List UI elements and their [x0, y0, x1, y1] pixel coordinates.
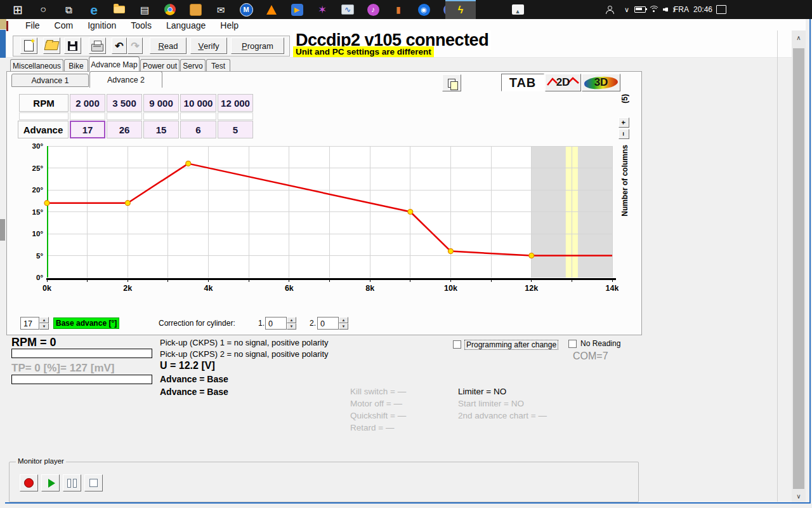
edge-icon[interactable]: e [81, 0, 107, 19]
start-icon[interactable]: ⊞ [5, 0, 30, 19]
tab-servo[interactable]: Servo [180, 59, 206, 72]
programming-after-change-checkbox[interactable] [453, 340, 461, 349]
view-2d-button[interactable]: 2D [545, 74, 581, 91]
menu-file[interactable]: File [24, 20, 41, 30]
advance-curve-chart[interactable]: 0k2k4k6k8k10k12k14k0°5°10°15°20°25°30° [25, 141, 619, 297]
cyl2-correction-input[interactable] [317, 317, 339, 330]
cyl1-correction-input[interactable] [265, 317, 287, 330]
programming-after-change-label[interactable]: Programming after change [464, 340, 558, 350]
copy-icon [448, 79, 455, 88]
svg-text:12k: 12k [525, 284, 538, 293]
action-center-icon[interactable] [712, 0, 731, 19]
menu-ignition[interactable]: Ignition [86, 20, 117, 30]
graphics-tool-icon[interactable]: ✶ [310, 0, 335, 19]
voltage-readout: U = 12.2 [V] [160, 360, 215, 371]
store-icon[interactable]: ▤ [132, 0, 157, 19]
itunes-icon[interactable]: ♪ [360, 0, 386, 19]
menu-com[interactable]: Com [53, 20, 75, 30]
people-icon[interactable] [601, 0, 618, 19]
photos-icon[interactable]: ▲ [505, 0, 530, 19]
copy-chart-button[interactable] [442, 74, 461, 91]
play-button[interactable] [41, 474, 60, 491]
tab-miscellaneous[interactable]: Miscellaneous [10, 59, 63, 72]
undo-button[interactable]: ↶ [112, 37, 127, 54]
base-advance-input[interactable] [20, 317, 39, 330]
tab-test[interactable]: Test [206, 59, 230, 72]
table-spacer [70, 112, 105, 120]
menu-tools[interactable]: Tools [129, 20, 153, 30]
menu-help[interactable]: Help [219, 20, 240, 30]
pause-button[interactable] [63, 474, 81, 491]
cyl2-spinner[interactable]: ▲▼ [339, 317, 348, 330]
background-window-fragment [0, 30, 6, 58]
no-reading-label[interactable]: No Reading [580, 339, 620, 348]
tab-advance-map[interactable]: Advance Map [89, 57, 140, 72]
chrome-icon[interactable] [157, 0, 183, 19]
svg-text:15°: 15° [32, 208, 44, 216]
scroll-up-icon[interactable]: ∧ [792, 32, 806, 43]
advance-cell[interactable]: 5 [218, 121, 253, 138]
advance-cell-selected[interactable]: 17 [70, 121, 105, 138]
no-reading-checkbox[interactable] [568, 340, 577, 348]
subtab-advance-2[interactable]: Advance 2 [89, 71, 162, 88]
subtab-advance-1[interactable]: Advance 1 [11, 74, 89, 87]
rpm-cell[interactable]: 2 000 [70, 94, 105, 112]
media-player-icon[interactable]: ▶ [284, 0, 310, 19]
add-column-button[interactable]: + [619, 117, 629, 128]
system-monitor-icon[interactable]: ∿ [335, 0, 360, 19]
monitor-player-group: Monitor player [9, 462, 639, 502]
svg-text:4k: 4k [204, 284, 213, 293]
rpm-cell[interactable]: 12 000 [218, 94, 253, 112]
view-3d-button[interactable]: 3D [582, 74, 620, 91]
start-limiter-status: Start limiter = NO [458, 399, 524, 408]
advance-cell[interactable]: 26 [107, 121, 142, 138]
search-icon[interactable]: ○ [30, 0, 56, 19]
sparkle-icon: ✦ [30, 37, 36, 44]
cyl1-spinner[interactable]: ▲▼ [287, 317, 296, 330]
menu-language[interactable]: Language [165, 20, 207, 30]
file-explorer-icon[interactable] [107, 0, 132, 19]
tab-power-out[interactable]: Power out [140, 59, 180, 72]
mail-icon[interactable]: ✉ [208, 0, 233, 19]
rpm-row-header: RPM [19, 94, 69, 112]
number-of-columns-label: Number of columns [620, 145, 629, 217]
print-button[interactable] [89, 37, 106, 54]
record-button[interactable] [20, 474, 38, 491]
rpm-cell[interactable]: 3 500 [107, 94, 142, 112]
open-file-button[interactable] [43, 37, 60, 54]
ignition-app-icon[interactable]: ϟ [445, 0, 476, 19]
rpm-cell[interactable]: 9 000 [143, 94, 179, 112]
svg-text:20°: 20° [32, 186, 44, 194]
motor-off-status: Motor off = — [350, 399, 402, 408]
mobile-device-icon[interactable]: ▮ [386, 0, 411, 19]
redo-button[interactable]: ↷ [128, 37, 143, 54]
pickup1-status: Pick-up (CKPS) 1 = no signal, positive p… [160, 338, 329, 347]
cyl2-label: 2. [310, 319, 316, 328]
base-advance-spinner[interactable]: ▲▼ [39, 317, 49, 330]
scrollbar-thumb[interactable] [793, 48, 804, 489]
scroll-down-icon[interactable]: ∨ [792, 490, 806, 502]
verify-button[interactable]: Verify [190, 37, 227, 54]
advance-cell[interactable]: 6 [180, 121, 216, 138]
m-app-icon[interactable]: M [233, 0, 259, 19]
read-button[interactable]: Read [150, 37, 187, 54]
view-tab-button[interactable]: TAB [501, 74, 544, 91]
sticky-notes-icon[interactable] [183, 0, 208, 19]
new-file-button[interactable]: ✦ [20, 37, 37, 54]
monitor-player-legend: Monitor player [16, 457, 66, 465]
vlc-icon[interactable] [259, 0, 284, 19]
save-file-button[interactable] [64, 37, 81, 54]
tab-bike[interactable]: Bike [64, 59, 88, 72]
advance-cell[interactable]: 15 [143, 121, 179, 138]
advance-status-2: Advance = Base [160, 387, 228, 397]
tp-progress-bar [11, 375, 152, 384]
stop-button[interactable] [84, 474, 103, 491]
remove-column-button[interactable]: − [619, 129, 629, 139]
program-button[interactable]: Program [231, 37, 284, 54]
svg-text:0°: 0° [36, 274, 43, 281]
task-view-icon[interactable]: ⧉ [56, 0, 81, 19]
messenger-icon[interactable]: ◉ [411, 0, 436, 19]
undo-icon: ↶ [115, 40, 123, 52]
rpm-cell[interactable]: 10 000 [180, 94, 216, 112]
table-spacer [143, 112, 179, 120]
